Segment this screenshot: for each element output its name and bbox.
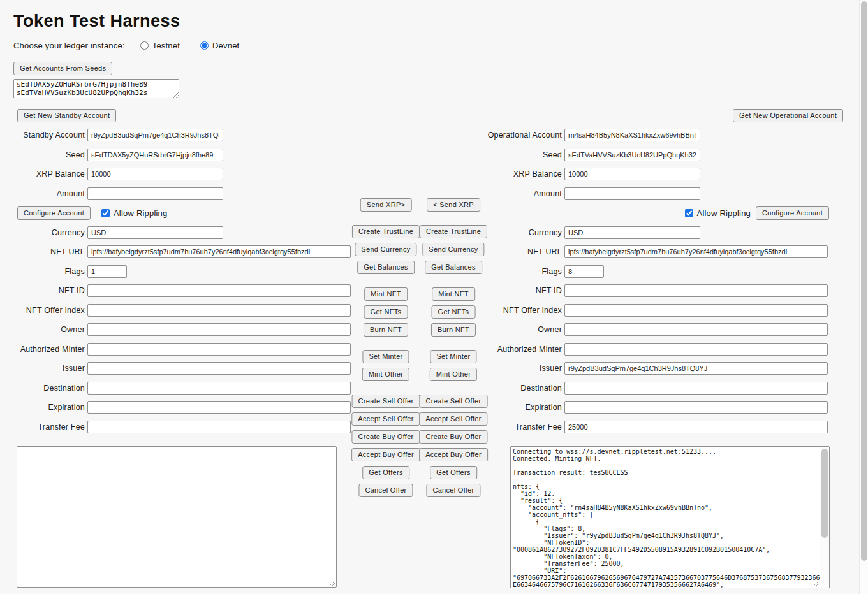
standby-owner-input[interactable]	[87, 323, 351, 336]
operational-transfer-fee-label: Transfer Fee	[485, 423, 564, 431]
operational-account-input[interactable]	[564, 129, 700, 141]
operational-amount-input[interactable]	[564, 187, 700, 200]
get-new-standby-account-button[interactable]: Get New Standby Account	[17, 109, 116, 122]
standby-nft-offer-index-input[interactable]	[87, 304, 351, 317]
operational-create-buy-offer-button[interactable]: Create Buy Offer	[419, 430, 487, 444]
operational-issuer-input[interactable]	[564, 362, 828, 375]
standby-get-nfts-button[interactable]: Get NFTs	[364, 305, 408, 319]
operational-owner-label: Owner	[485, 325, 564, 334]
standby-nft-url-label: NFT URL	[0, 247, 87, 256]
standby-destination-input[interactable]	[87, 382, 351, 395]
devnet-radio[interactable]	[200, 41, 209, 50]
operational-currency-input[interactable]	[564, 226, 700, 239]
operational-nft-url-input[interactable]	[564, 245, 828, 258]
standby-allow-rippling-checkbox[interactable]	[101, 209, 110, 217]
operational-set-minter-button[interactable]: Set Minter	[430, 350, 476, 363]
standby-accept-buy-offer-button[interactable]: Accept Buy Offer	[351, 448, 420, 461]
standby-get-balances-button[interactable]: Get Balances	[357, 261, 415, 274]
operational-expiration-input[interactable]	[564, 401, 828, 414]
standby-transfer-fee-input[interactable]	[87, 421, 351, 433]
standby-mint-other-button[interactable]: Mint Other	[362, 368, 409, 381]
standby-xrp-balance-input[interactable]	[87, 168, 223, 180]
standby-get-offers-button[interactable]: Get Offers	[362, 466, 409, 479]
standby-mint-nft-button[interactable]: Mint NFT	[364, 287, 408, 301]
testnet-radio-label: Testnet	[152, 41, 180, 50]
standby-set-minter-button[interactable]: Set Minter	[362, 350, 409, 363]
standby-seed-label: Seed	[0, 150, 87, 159]
testnet-radio[interactable]	[140, 41, 149, 50]
page-scrollbar[interactable]	[859, 0, 868, 594]
operational-transfer-fee-input[interactable]	[564, 421, 828, 433]
standby-destination-label: Destination	[0, 384, 87, 393]
operational-nft-id-label: NFT ID	[485, 286, 564, 295]
standby-owner-label: Owner	[0, 325, 87, 334]
standby-account-label: Standby Account	[0, 131, 87, 140]
standby-accept-sell-offer-button[interactable]: Accept Sell Offer	[351, 412, 420, 426]
standby-create-trustline-button[interactable]: Create TrustLine	[352, 225, 420, 238]
ledger-instance-prompt: Choose your ledger instance:	[13, 41, 125, 50]
operational-accept-buy-offer-button[interactable]: Accept Buy Offer	[419, 448, 488, 461]
standby-issuer-label: Issuer	[0, 364, 87, 373]
operational-amount-label: Amount	[485, 189, 564, 198]
standby-amount-label: Amount	[0, 189, 87, 198]
standby-transfer-fee-label: Transfer Fee	[0, 423, 87, 431]
operational-create-sell-offer-button[interactable]: Create Sell Offer	[420, 395, 488, 408]
operational-nft-offer-index-input[interactable]	[564, 304, 828, 317]
standby-nft-id-input[interactable]	[87, 284, 351, 297]
standby-authorized-minter-input[interactable]	[87, 343, 351, 356]
operational-configure-account-button[interactable]: Configure Account	[756, 206, 829, 220]
get-accounts-from-seeds-button[interactable]: Get Accounts From Seeds	[13, 62, 112, 75]
standby-flags-input[interactable]	[87, 265, 127, 278]
operational-get-nfts-button[interactable]: Get NFTs	[432, 305, 476, 319]
operational-send-xrp-button[interactable]: < Send XRP	[427, 198, 480, 212]
standby-nft-url-input[interactable]	[87, 245, 351, 258]
operational-nft-url-label: NFT URL	[485, 247, 564, 256]
standby-issuer-input[interactable]	[87, 362, 351, 375]
standby-nft-id-label: NFT ID	[0, 286, 87, 295]
standby-create-buy-offer-button[interactable]: Create Buy Offer	[351, 430, 420, 444]
operational-authorized-minter-input[interactable]	[564, 343, 828, 356]
standby-nft-offer-index-label: NFT Offer Index	[0, 306, 87, 315]
standby-expiration-label: Expiration	[0, 403, 87, 412]
standby-configure-account-button[interactable]: Configure Account	[17, 206, 91, 220]
standby-send-currency-button[interactable]: Send Currency	[355, 243, 416, 256]
standby-create-sell-offer-button[interactable]: Create Sell Offer	[352, 395, 420, 408]
operational-expiration-label: Expiration	[485, 403, 564, 412]
standby-authorized-minter-label: Authorized Minter	[0, 345, 87, 354]
standby-seed-input[interactable]	[87, 148, 223, 161]
standby-burn-nft-button[interactable]: Burn NFT	[364, 323, 408, 337]
operational-burn-nft-button[interactable]: Burn NFT	[431, 323, 476, 337]
operational-mint-nft-button[interactable]: Mint NFT	[432, 287, 475, 301]
get-new-operational-account-button[interactable]: Get New Operational Account	[733, 109, 843, 122]
operational-xrp-balance-label: XRP Balance	[485, 170, 564, 178]
operational-get-balances-button[interactable]: Get Balances	[425, 261, 482, 274]
results-scrollbar-thumb[interactable]	[821, 449, 828, 538]
operational-accept-sell-offer-button[interactable]: Accept Sell Offer	[419, 412, 487, 426]
devnet-radio-label: Devnet	[212, 41, 239, 50]
operational-cancel-offer-button[interactable]: Cancel Offer	[426, 484, 480, 497]
standby-allow-rippling-label: Allow Rippling	[114, 208, 167, 218]
standby-send-xrp-button[interactable]: Send XRP>	[360, 198, 412, 212]
operational-seed-input[interactable]	[564, 148, 700, 161]
operational-mint-other-button[interactable]: Mint Other	[430, 368, 477, 381]
operational-nft-id-input[interactable]	[564, 284, 828, 297]
operational-destination-input[interactable]	[564, 382, 828, 395]
standby-expiration-input[interactable]	[87, 401, 351, 414]
operational-allow-rippling-checkbox[interactable]	[685, 209, 693, 217]
operational-flags-input[interactable]	[564, 265, 604, 278]
standby-amount-input[interactable]	[87, 187, 223, 200]
operational-seed-label: Seed	[485, 150, 564, 159]
operational-create-trustline-button[interactable]: Create TrustLine	[420, 225, 487, 238]
standby-cancel-offer-button[interactable]: Cancel Offer	[358, 484, 413, 497]
operational-results-textarea[interactable]	[510, 446, 830, 588]
operational-xrp-balance-input[interactable]	[564, 168, 700, 180]
standby-currency-input[interactable]	[87, 226, 223, 239]
standby-account-input[interactable]	[87, 129, 223, 141]
operational-get-offers-button[interactable]: Get Offers	[430, 466, 477, 479]
standby-results-textarea[interactable]	[17, 446, 337, 588]
operational-send-currency-button[interactable]: Send Currency	[422, 243, 484, 256]
seeds-textarea[interactable]	[13, 79, 179, 98]
page-scrollbar-thumb[interactable]	[861, 1, 867, 561]
ledger-instance-chooser: Choose your ledger instance: Testnet Dev…	[13, 41, 260, 50]
operational-owner-input[interactable]	[564, 323, 828, 336]
